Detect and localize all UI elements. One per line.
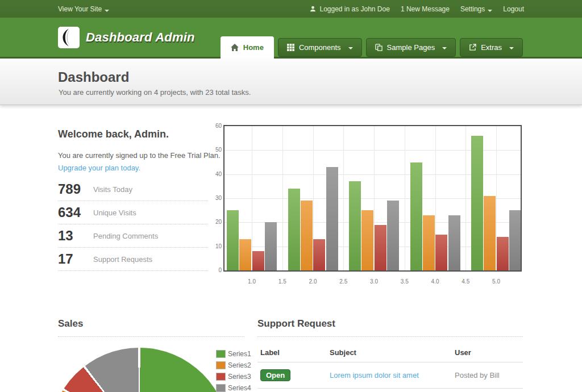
legend-swatch	[216, 384, 226, 392]
bar-series3-group4	[435, 235, 447, 271]
bar-series3-group3	[375, 225, 386, 270]
logged-in-status[interactable]: Logged in as John Doe	[310, 5, 389, 13]
x-axis-label: 2.0	[304, 278, 322, 285]
user-icon	[310, 6, 316, 12]
sales-divider	[58, 336, 244, 337]
x-axis-label: 3.0	[365, 278, 383, 285]
bar-series1-group2	[288, 189, 300, 270]
tab-label: Sample Pages	[387, 43, 435, 52]
legend-label: Series3	[228, 373, 251, 381]
logged-in-label: Logged in as John Doe	[319, 5, 389, 13]
x-axis-label: 4.5	[456, 278, 475, 285]
table-row: OpenLorem ipsum dolor sit ametPosted by …	[257, 362, 523, 389]
bar-series2-group3	[361, 210, 373, 270]
tab-label: Extras	[481, 43, 502, 52]
bar-series2-group2	[301, 201, 313, 270]
bar-series2-group4	[423, 215, 435, 270]
logout-link[interactable]: Logout	[503, 5, 524, 13]
tab-extras[interactable]: Extras	[460, 38, 523, 57]
column-header-subject: Subject	[327, 348, 452, 357]
y-axis-label: 10	[213, 243, 222, 249]
stat-row: 13Pending Comments	[58, 224, 207, 248]
chevron-down-icon	[488, 10, 492, 12]
legend-item-series2: Series2	[216, 361, 251, 369]
support-divider	[257, 336, 523, 337]
brand-title: Dashboard Admin	[86, 30, 195, 45]
page-heading-band: Dashboard You are currently working on 4…	[0, 59, 582, 105]
chevron-down-icon	[509, 47, 514, 49]
stat-label: Support Requests	[93, 255, 152, 264]
column-header-label: Label	[257, 348, 327, 357]
bar-series1-group5	[471, 136, 483, 270]
column-header-user: User	[452, 348, 523, 357]
stat-row: 634Unique Visits	[58, 201, 207, 224]
bar-series4-group4	[448, 215, 460, 270]
topbar: View Your Site Logged in as John Doe 1 N…	[0, 0, 582, 18]
tab-components[interactable]: Components	[278, 38, 362, 57]
settings-menu[interactable]: Settings	[460, 5, 492, 13]
brand-logo-icon	[58, 27, 80, 48]
legend-swatch	[216, 350, 226, 358]
x-axis-label: 1.5	[273, 278, 292, 285]
stat-value: 789	[58, 181, 93, 197]
pie-legend: Series1Series2Series3Series4	[216, 350, 251, 392]
chevron-down-icon	[348, 47, 353, 49]
legend-item-series3: Series3	[216, 373, 251, 381]
bar-series2-group1	[239, 239, 251, 270]
bar-series1-group1	[227, 210, 239, 270]
brand[interactable]: Dashboard Admin	[58, 27, 195, 48]
stat-value: 17	[58, 251, 93, 267]
settings-label: Settings	[460, 5, 485, 13]
bar-series1-group3	[349, 181, 361, 270]
y-axis-label: 30	[213, 195, 222, 201]
view-your-site-link[interactable]: View Your Site	[58, 5, 109, 13]
gridline-v	[282, 126, 283, 270]
grid-icon	[287, 44, 294, 51]
x-axis-label: 2.5	[334, 278, 352, 285]
stats-list: 789Visits Today634Unique Visits13Pending…	[58, 178, 207, 271]
sales-pie-chart	[49, 348, 229, 392]
gridline-v	[252, 126, 252, 270]
sales-title: Sales	[58, 318, 83, 330]
tab-label: Components	[299, 43, 341, 52]
stat-label: Unique Visits	[93, 208, 136, 217]
view-your-site-label: View Your Site	[58, 5, 102, 13]
stat-row: 789Visits Today	[58, 178, 207, 201]
tab-home[interactable]: Home	[221, 36, 274, 59]
x-axis-label: 4.0	[426, 278, 444, 285]
legend-item-series4: Series4	[216, 384, 251, 392]
stat-label: Pending Comments	[93, 232, 158, 240]
bar-series4-group3	[387, 201, 399, 270]
welcome-title: Welcome back, Admin.	[58, 128, 223, 140]
welcome-text: You are currently signed up to the Free …	[58, 151, 223, 160]
upgrade-plan-link[interactable]: Upgrade your plan today.	[58, 164, 140, 172]
y-axis-label: 0	[213, 267, 222, 273]
page-subtitle: You are currently working on 4 projects,…	[59, 88, 251, 97]
y-axis-label: 50	[213, 147, 222, 153]
legend-swatch	[216, 361, 226, 369]
x-axis-label: 5.0	[487, 278, 505, 285]
chevron-down-icon	[442, 47, 447, 49]
extras-icon	[469, 44, 476, 51]
user-cell: Posted by Bill	[452, 371, 523, 380]
label-cell: Open	[257, 369, 327, 381]
legend-label: Series2	[228, 361, 251, 369]
bar-series3-group5	[497, 237, 509, 270]
y-axis-label: 20	[213, 219, 222, 225]
subject-cell: Lorem ipsum dolor sit amet	[327, 371, 452, 380]
stat-label: Visits Today	[93, 185, 132, 194]
tab-sample-pages[interactable]: Sample Pages	[366, 38, 456, 57]
legend-item-series1: Series1	[216, 350, 251, 358]
pages-icon	[375, 44, 383, 51]
subject-link[interactable]: Lorem ipsum dolor sit amet	[330, 371, 419, 380]
support-table: LabelSubjectUserOpenLorem ipsum dolor si…	[257, 343, 523, 389]
status-badge: Open	[260, 369, 290, 381]
x-axis-label: 3.5	[396, 278, 414, 285]
table-header-row: LabelSubjectUser	[257, 343, 523, 362]
main-header: Dashboard Admin HomeComponentsSample Pag…	[0, 18, 582, 59]
bar-series4-group5	[509, 210, 521, 270]
bar-series3-group2	[313, 239, 325, 270]
y-axis-label: 40	[213, 171, 222, 177]
chevron-down-icon	[105, 10, 109, 12]
new-message-link[interactable]: 1 New Message	[401, 5, 450, 13]
